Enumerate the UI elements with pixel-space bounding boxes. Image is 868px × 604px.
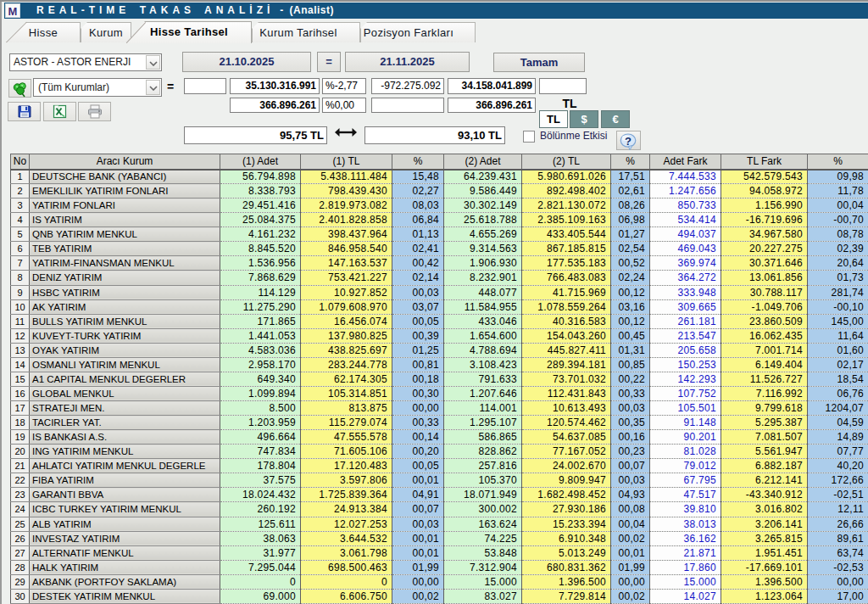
svg-text:?: ? — [625, 135, 632, 148]
